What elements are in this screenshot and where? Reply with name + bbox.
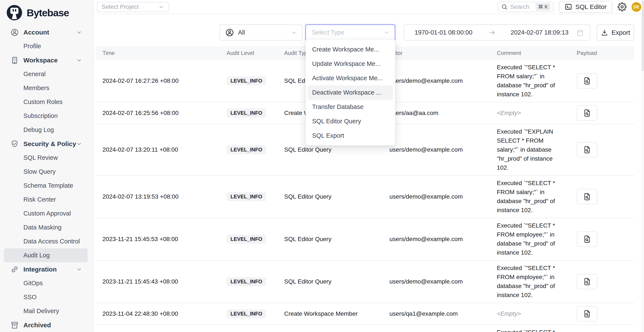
cell-actor: users/demo@example.com bbox=[382, 77, 490, 84]
sql-editor-button[interactable]: SQL Editor bbox=[559, 1, 612, 13]
sidebar-item-custom-approval[interactable]: Custom Approval bbox=[4, 206, 88, 220]
cell-payload bbox=[570, 105, 634, 121]
sidebar-item-profile[interactable]: Profile bbox=[4, 39, 88, 53]
sidebar-item-data-masking[interactable]: Data Masking bbox=[4, 220, 88, 234]
sidebar-item-debug-log[interactable]: Debug Log bbox=[4, 123, 88, 137]
table-row: 2023-11-04 01:06:24 +08:00 LEVEL_INFO SQ… bbox=[96, 325, 634, 332]
view-payload-button[interactable] bbox=[577, 142, 598, 158]
cell-audit-level: LEVEL_INFO bbox=[220, 76, 277, 85]
table-row: 2024-02-07 13:19:53 +08:00 LEVEL_INFO SQ… bbox=[96, 176, 634, 218]
sidebar-item-mail-delivery[interactable]: Mail Delivery bbox=[4, 304, 88, 318]
audit-level-badge: LEVEL_INFO bbox=[226, 76, 266, 85]
sidebar-section-security-policy[interactable]: Security & Policy bbox=[4, 137, 88, 151]
sidebar-section-workspace[interactable]: Workspace bbox=[4, 53, 88, 67]
sidebar-item-gitops[interactable]: GitOps bbox=[4, 276, 88, 290]
type-filter-menu: Create Workspace Me... Update Workspace … bbox=[306, 39, 395, 146]
view-payload-button[interactable] bbox=[577, 306, 598, 322]
sidebar-item-sso[interactable]: SSO bbox=[4, 290, 88, 304]
chevron-down-icon bbox=[76, 266, 82, 272]
sidebar-item-slow-query[interactable]: Slow Query bbox=[4, 165, 88, 179]
view-payload-button[interactable] bbox=[577, 231, 598, 247]
sidebar-item-audit-log[interactable]: Audit Log bbox=[4, 248, 88, 262]
search-icon bbox=[501, 4, 508, 10]
cell-payload bbox=[570, 231, 634, 247]
filter-row: All Select Type 1970-01-01 08:00:00 2024… bbox=[96, 24, 634, 40]
scrollbar-thumb[interactable] bbox=[642, 0, 644, 71]
sidebar-item-schema-template[interactable]: Schema Template bbox=[4, 179, 88, 193]
date-range-picker[interactable]: 1970-01-01 08:00:00 2024-02-07 18:09:13 bbox=[404, 24, 590, 40]
cell-comment: <Empty> bbox=[490, 109, 565, 118]
sidebar-section-archived[interactable]: Archived bbox=[4, 318, 88, 332]
view-payload-button[interactable] bbox=[577, 73, 598, 89]
cell-time: 2023-11-04 22:48:30 +08:00 bbox=[96, 310, 220, 317]
avatar[interactable]: DE bbox=[632, 2, 641, 12]
view-payload-button[interactable] bbox=[577, 274, 598, 289]
export-button[interactable]: Export bbox=[597, 24, 634, 40]
bytebase-logo-icon bbox=[6, 4, 23, 21]
menu-option-deactivate-workspace[interactable]: Deactivate Workspace ... bbox=[308, 85, 393, 100]
view-payload-button[interactable] bbox=[577, 105, 598, 121]
column-header-comment: Comment bbox=[490, 50, 570, 56]
cell-audit-level: LEVEL_INFO bbox=[220, 309, 277, 318]
sidebar-item-subscription[interactable]: Subscription bbox=[4, 109, 88, 123]
table-row: 2023-11-21 15:45:43 +08:00 LEVEL_INFO SQ… bbox=[96, 261, 634, 303]
search-input[interactable]: Search ⌘ K bbox=[498, 2, 554, 12]
date-range-start[interactable]: 1970-01-01 08:00:00 bbox=[414, 29, 472, 36]
view-payload-button[interactable] bbox=[577, 189, 598, 204]
column-header-audit-level: Audit Level bbox=[220, 50, 277, 56]
type-filter-select[interactable]: Select Type bbox=[306, 24, 395, 40]
type-filter-placeholder: Select Type bbox=[312, 29, 344, 36]
chevron-down-icon bbox=[291, 30, 297, 36]
sidebar-section-integration[interactable]: Integration bbox=[4, 262, 88, 276]
archive-icon bbox=[10, 321, 19, 330]
cell-actor: users/demo@example.com bbox=[382, 146, 490, 153]
calendar-icon bbox=[576, 28, 584, 37]
menu-option-transfer-database[interactable]: Transfer Database bbox=[308, 100, 393, 114]
cell-audit-type: Create Workspace Member bbox=[277, 310, 382, 317]
sidebar: Bytebase Account Profile Workspace Gener… bbox=[0, 0, 94, 332]
arrow-right-icon bbox=[489, 29, 496, 36]
sidebar-item-sql-review[interactable]: SQL Review bbox=[4, 151, 88, 165]
cell-time: 2023-11-21 15:45:43 +08:00 bbox=[96, 278, 220, 285]
gear-icon[interactable] bbox=[618, 2, 626, 11]
table-row: 2023-11-21 15:45:53 +08:00 LEVEL_INFO SQ… bbox=[96, 218, 634, 261]
actor-filter-select[interactable]: All bbox=[220, 24, 302, 40]
cell-audit-type: SQL Editor Query bbox=[277, 193, 382, 200]
cell-payload bbox=[570, 306, 634, 322]
sidebar-item-custom-roles[interactable]: Custom Roles bbox=[4, 95, 88, 109]
file-search-icon bbox=[583, 192, 591, 201]
menu-option-sql-editor-query[interactable]: SQL Editor Query bbox=[308, 114, 393, 129]
file-search-icon bbox=[583, 77, 591, 85]
cell-comment: Executed `"SELECT * FROM salary;"` in da… bbox=[490, 179, 565, 215]
cell-comment: Executed `"EXPLAIN SELECT * FROM salary;… bbox=[490, 127, 565, 172]
sidebar-item-members[interactable]: Members bbox=[4, 81, 88, 95]
audit-level-badge: LEVEL_INFO bbox=[226, 109, 266, 118]
cell-actor: users/demo@example.com bbox=[382, 236, 490, 243]
cell-time: 2024-02-07 13:20:11 +08:00 bbox=[96, 146, 220, 153]
file-search-icon bbox=[583, 146, 591, 154]
brand-logo[interactable]: Bytebase bbox=[0, 0, 93, 25]
chevron-down-icon bbox=[384, 30, 390, 36]
shield-icon bbox=[10, 140, 19, 148]
sidebar-item-data-access-control[interactable]: Data Access Control bbox=[4, 234, 88, 248]
menu-option-update-workspace-me[interactable]: Update Workspace Me... bbox=[308, 57, 393, 71]
cell-audit-level: LEVEL_INFO bbox=[220, 145, 277, 154]
date-range-end[interactable]: 2024-02-07 18:09:13 bbox=[510, 29, 568, 36]
account-icon bbox=[10, 28, 19, 37]
audit-level-badge: LEVEL_INFO bbox=[226, 145, 266, 154]
sidebar-item-risk-center[interactable]: Risk Center bbox=[4, 193, 88, 206]
sidebar-item-general[interactable]: General bbox=[4, 67, 88, 81]
cell-audit-level: LEVEL_INFO bbox=[220, 192, 277, 201]
column-header-actor: Actor bbox=[382, 50, 490, 56]
column-header-payload: Payload bbox=[570, 50, 634, 56]
user-circle-icon bbox=[225, 28, 234, 37]
sidebar-section-account[interactable]: Account bbox=[4, 25, 88, 39]
project-select[interactable]: Select Project bbox=[97, 2, 169, 12]
menu-option-activate-workspace-me[interactable]: Activate Workspace Me... bbox=[308, 71, 393, 85]
menu-option-create-workspace-me[interactable]: Create Workspace Me... bbox=[308, 42, 393, 57]
cell-comment: Executed `"SELECT * FROM employee;"` in … bbox=[490, 264, 565, 300]
main-area: Select Project Search ⌘ K SQL Editor DE … bbox=[94, 0, 644, 332]
cell-audit-level: LEVEL_INFO bbox=[220, 277, 277, 286]
menu-option-sql-export[interactable]: SQL Export bbox=[308, 129, 393, 143]
vertical-scrollbar[interactable] bbox=[641, 0, 644, 332]
